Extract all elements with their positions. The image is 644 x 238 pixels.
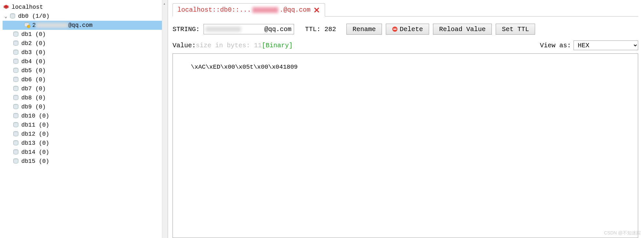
database-icon <box>12 58 19 65</box>
tab-active[interactable]: localhost::db0::... .@qq.com <box>173 3 325 17</box>
database-icon <box>12 67 19 74</box>
key-name-suffix: @qq.com <box>264 26 291 33</box>
set-ttl-button[interactable]: Set TTL <box>496 24 535 35</box>
key-entry-icon <box>23 22 30 29</box>
tree-db-db14[interactable]: db14 (0) <box>3 148 168 157</box>
tree-db-label: db10 (0) <box>21 113 49 119</box>
redis-server-icon <box>3 4 10 11</box>
view-as-label: View as: <box>540 42 571 49</box>
delete-icon <box>392 26 398 32</box>
tree-db-label: db4 (0) <box>21 58 46 65</box>
database-icon <box>12 158 19 165</box>
database-icon <box>12 140 19 147</box>
close-icon[interactable] <box>314 7 320 13</box>
tree-db-db7[interactable]: db7 (0) <box>3 84 168 93</box>
database-icon <box>9 13 16 20</box>
tree-db-db5[interactable]: db5 (0) <box>3 66 168 75</box>
database-icon <box>12 31 19 38</box>
value-textarea[interactable]: \xAC\xED\x00\x05t\x00\x041809 <box>173 53 638 238</box>
redacted-region <box>206 27 241 32</box>
database-icon <box>12 49 19 56</box>
scroll-up-icon[interactable]: ▴ <box>163 1 165 6</box>
tree-db-db6[interactable]: db6 (0) <box>3 75 168 84</box>
svg-rect-22 <box>393 29 396 30</box>
redacted-region <box>252 7 278 13</box>
tree-db-label: db0 (1/0) <box>18 13 49 19</box>
tab-strip: localhost::db0::... .@qq.com <box>173 3 638 17</box>
sidebar: localhost ⌄ db0 (1/0) 2 @qq.com db1 (0)d… <box>0 0 168 238</box>
tree-db-label: db14 (0) <box>21 149 49 155</box>
view-as-select[interactable]: HEX <box>574 40 638 50</box>
tab-label-prefix: localhost::db0::... <box>177 6 251 14</box>
delete-button[interactable]: Delete <box>386 24 429 35</box>
tree-db-db2[interactable]: db2 (0) <box>3 39 168 48</box>
database-icon <box>12 149 19 156</box>
tree-db-label: db2 (0) <box>21 40 46 47</box>
tree-db-label: db7 (0) <box>21 85 46 92</box>
chevron-down-icon[interactable]: ⌄ <box>3 14 9 19</box>
value-label: Value: <box>173 42 196 49</box>
value-meta-row: Value: size in bytes: 11 [Binary] View a… <box>173 40 638 50</box>
ttl-group: TTL: 282 <box>305 26 336 33</box>
tree-db-label: db13 (0) <box>21 140 49 146</box>
tree-db-label: db5 (0) <box>21 67 46 74</box>
rename-button[interactable]: Rename <box>346 24 382 35</box>
key-info-row: STRING: @qq.com TTL: 282 Rename Delete R… <box>173 24 638 35</box>
value-binary-marker: [Binary] <box>262 42 293 49</box>
sidebar-scrollbar[interactable]: ▴ <box>162 0 168 238</box>
tree-db-label: db1 (0) <box>21 31 46 38</box>
tree-db-db12[interactable]: db12 (0) <box>3 130 168 139</box>
tree-db-db4[interactable]: db4 (0) <box>3 57 168 66</box>
tree-root-label: localhost <box>12 4 43 10</box>
database-icon <box>12 85 19 92</box>
tree-db-db15[interactable]: db15 (0) <box>3 157 168 166</box>
database-icon <box>12 130 19 138</box>
ttl-label: TTL: <box>305 26 321 33</box>
tree-db-db9[interactable]: db9 (0) <box>3 102 168 111</box>
main-panel: localhost::db0::... .@qq.com STRING: @qq… <box>168 0 644 238</box>
tree-db-db13[interactable]: db13 (0) <box>3 139 168 148</box>
tree-root-localhost[interactable]: localhost <box>3 3 168 12</box>
database-icon <box>12 103 19 110</box>
tab-label-suffix: .@qq.com <box>280 6 311 14</box>
tree-key-prefix: 2 <box>32 22 36 28</box>
view-as-group: View as: HEX <box>540 40 638 50</box>
tree-db-label: db3 (0) <box>21 49 46 56</box>
tree-db-label: db12 (0) <box>21 131 49 137</box>
value-size-text: size in bytes: 11 <box>196 42 262 49</box>
tree-db-db1[interactable]: db1 (0) <box>3 30 168 39</box>
tree-db-db3[interactable]: db3 (0) <box>3 48 168 57</box>
tree-db-label: db9 (0) <box>21 104 46 110</box>
tree-db-label: db15 (0) <box>21 158 49 164</box>
watermark-text: CSDN @不知迷踪 <box>604 230 641 236</box>
database-icon <box>12 76 19 83</box>
tree-db-db11[interactable]: db11 (0) <box>3 120 168 130</box>
tree-db-db8[interactable]: db8 (0) <box>3 93 168 102</box>
tree-key-selected[interactable]: 2 @qq.com <box>3 21 168 30</box>
database-icon <box>12 121 19 129</box>
database-icon <box>12 94 19 101</box>
tree-db-db0[interactable]: ⌄ db0 (1/0) <box>3 12 168 21</box>
database-icon <box>12 112 19 119</box>
value-content: \xAC\xED\x00\x05t\x00\x041809 <box>191 63 298 71</box>
ttl-value: 282 <box>324 26 336 33</box>
tree-db-label: db11 (0) <box>21 122 49 128</box>
tree-db-label: db8 (0) <box>21 95 46 101</box>
tree-key-suffix: @qq.com <box>68 22 93 28</box>
redacted-region <box>36 23 68 28</box>
tree-db-label: db6 (0) <box>21 76 46 83</box>
reload-value-button[interactable]: Reload Value <box>433 24 492 35</box>
svg-rect-5 <box>28 26 29 27</box>
type-label: STRING: <box>173 26 200 33</box>
tree-db-db10[interactable]: db10 (0) <box>3 111 168 120</box>
database-icon <box>12 40 19 47</box>
